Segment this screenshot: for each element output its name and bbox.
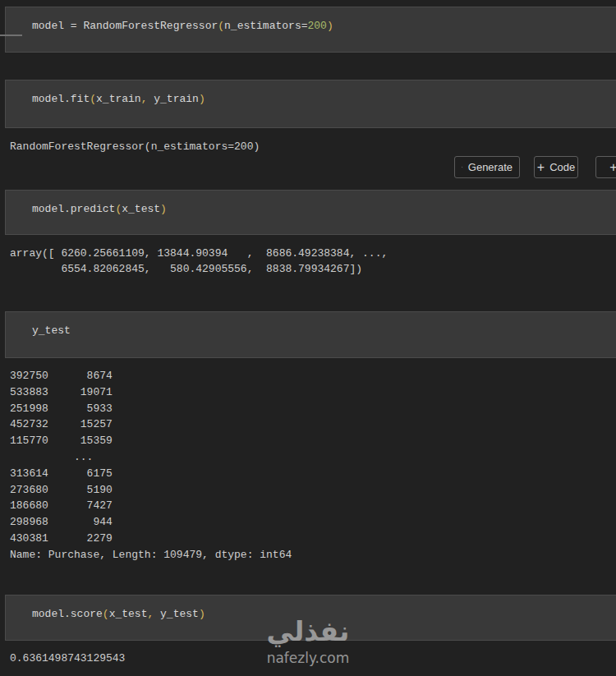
sparkle-icon [462, 161, 463, 173]
plus-icon: + [609, 161, 616, 174]
generate-button-label: Generate [468, 161, 513, 173]
cell-gutter-line [0, 34, 22, 36]
output-predict-array: array([ 6260.25661109, 13844.90394 , 868… [10, 246, 388, 277]
add-code-button-label: Code [549, 161, 575, 173]
generate-button[interactable]: Generate [454, 156, 520, 178]
code-line[interactable]: model = RandomForestRegressor(n_estimato… [6, 7, 616, 33]
code-line[interactable]: model.score(x_test, y_test) [6, 596, 616, 621]
code-cell-model-init[interactable]: model = RandomForestRegressor(n_estimato… [5, 7, 616, 53]
code-line[interactable]: model.fit(x_train, y_train) [6, 80, 616, 106]
add-text-button-partial[interactable]: + [595, 156, 616, 178]
plus-icon: + [537, 161, 545, 174]
watermark-site-url: nafezly.com [267, 651, 350, 665]
output-score-value: 0.6361498743129543 [10, 651, 125, 665]
code-line[interactable]: y_test [6, 312, 616, 338]
output-fit-repr: RandomForestRegressor(n_estimators=200) [10, 140, 260, 154]
code-line[interactable]: model.predict(x_test) [6, 191, 616, 216]
code-cell-model-score[interactable]: model.score(x_test, y_test) [5, 595, 616, 641]
code-cell-model-fit[interactable]: model.fit(x_train, y_train) [5, 80, 616, 128]
code-cell-model-predict[interactable]: model.predict(x_test) [5, 190, 616, 235]
add-code-button[interactable]: + Code [534, 156, 578, 178]
notebook-page: model = RandomForestRegressor(n_estimato… [0, 0, 616, 676]
code-cell-y-test[interactable]: y_test [5, 311, 616, 358]
output-ytest-series: 392750 8674 533883 19071 251998 5933 452… [10, 368, 292, 563]
